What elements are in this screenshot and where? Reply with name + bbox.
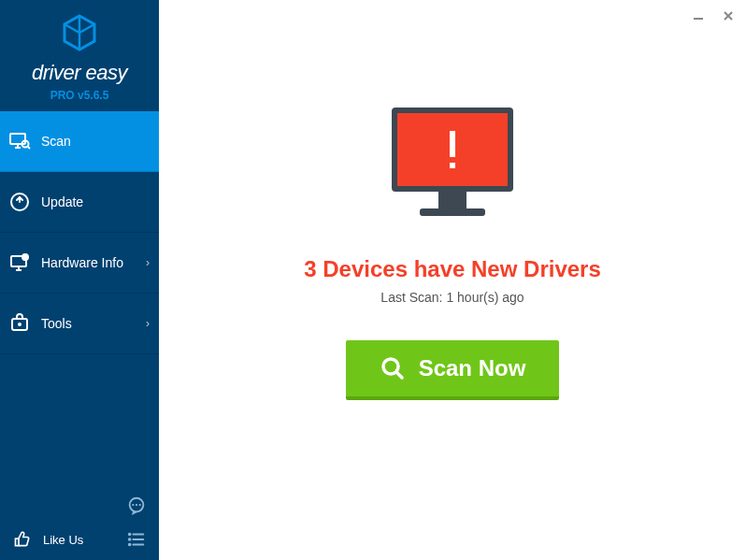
svg-rect-16 [420,208,485,216]
svg-rect-17 [450,131,455,157]
feedback-icon[interactable] [123,493,150,519]
menu-icon[interactable] [123,526,150,553]
svg-rect-18 [450,163,455,168]
version-label: PRO v5.6.5 [0,89,159,102]
svg-text:i: i [24,254,26,261]
svg-point-7 [18,323,22,326]
tools-icon [7,311,32,336]
sidebar-footer: Like Us [0,485,159,560]
nav-update[interactable]: Update [0,172,159,233]
svg-rect-15 [438,192,466,208]
scan-now-button[interactable]: Scan Now [346,340,560,400]
last-scan-label: Last Scan: 1 hour(s) ago [304,290,601,305]
sidebar: driver easy PRO v5.6.5 Scan Update [0,0,159,560]
svg-point-12 [129,544,131,546]
search-icon [380,355,406,381]
status-headline: 3 Devices have New Drivers [304,256,601,282]
window-controls [690,7,737,24]
monitor-search-icon [7,129,32,153]
svg-rect-9 [16,538,19,546]
close-button[interactable] [720,7,737,24]
status-area: 3 Devices have New Drivers Last Scan: 1 … [304,103,601,305]
brand-name: driver easy [0,61,159,85]
chevron-right-icon: › [146,256,150,269]
update-icon [7,190,32,214]
nav-scan[interactable]: Scan [0,111,159,172]
nav-scan-label: Scan [41,134,150,149]
logo-icon [61,14,98,56]
main-content: 3 Devices have New Drivers Last Scan: 1 … [159,0,746,560]
thumbs-up-icon [9,526,36,553]
hardware-icon: i [7,251,32,275]
chevron-right-icon: › [146,317,150,330]
nav-hardware-label: Hardware Info [41,255,146,270]
svg-point-11 [129,538,131,540]
like-button[interactable]: Like Us [9,526,83,553]
scan-button-label: Scan Now [419,355,526,381]
nav-hardware[interactable]: i Hardware Info › [0,233,159,294]
nav-tools-label: Tools [41,316,146,331]
like-label: Like Us [43,533,83,547]
monitor-alert-icon [382,103,523,228]
logo-area: driver easy PRO v5.6.5 [0,0,159,111]
nav: Scan Update i Hardware Info › [0,111,159,485]
minimize-button[interactable] [690,7,707,24]
nav-update-label: Update [41,194,150,209]
svg-point-10 [129,534,131,536]
nav-tools[interactable]: Tools › [0,294,159,354]
